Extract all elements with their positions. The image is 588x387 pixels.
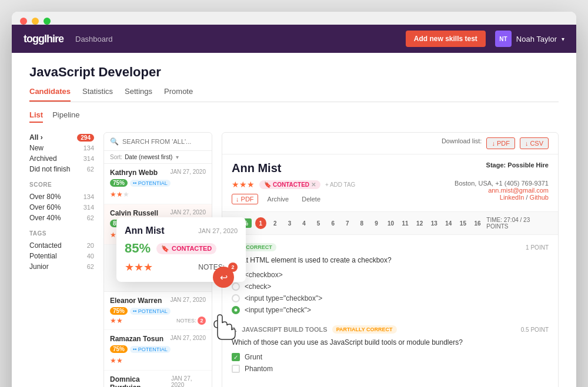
q1-text: What HTML element is used to create a ch…	[232, 256, 549, 264]
tab-promote[interactable]: Promote	[164, 87, 193, 102]
q2-answer-grunt: ✓ Grunt	[232, 351, 549, 363]
radio-btn-selected[interactable]	[232, 306, 240, 314]
sidebar-item-archived[interactable]: Archived 314	[29, 153, 94, 164]
radio-btn[interactable]	[232, 282, 240, 291]
sidebar-all-count: 294	[77, 134, 94, 142]
candidate-date: JAN 27, 2020	[170, 335, 206, 343]
view-tab-pipeline[interactable]: Pipeline	[52, 110, 79, 123]
detail-location: Boston, USA, +1 (405) 769-9371	[455, 180, 549, 187]
detail-candidate-name: Ann Mist	[232, 161, 281, 175]
download-csv-button[interactable]: ↓ CSV	[520, 137, 549, 149]
nav-dashboard-label[interactable]: Dashboard	[75, 35, 113, 43]
progress-num-6[interactable]: 6	[328, 217, 339, 229]
download-pdf-icon: ↓	[492, 140, 495, 147]
q1-points: 1 POINT	[526, 244, 549, 251]
sort-chevron-icon[interactable]: ▾	[176, 154, 179, 160]
progress-num-3[interactable]: 3	[284, 217, 295, 229]
notes-badge: NOTES: 2	[176, 317, 206, 325]
sidebar-over40[interactable]: Over 40% 62	[29, 213, 94, 223]
progress-num-8[interactable]: 8	[356, 217, 368, 229]
download-pdf-button[interactable]: ↓ PDF	[486, 137, 515, 149]
page-tabs: Candidates Statistics Settings Promote	[29, 87, 559, 102]
q2-number: 2.	[232, 326, 237, 333]
search-bar: 🔍	[104, 133, 212, 151]
tag-potential: •• POTENTIAL	[130, 346, 171, 353]
expanded-score: 85%	[125, 241, 151, 256]
sidebar: All › 294 New 134 Archived 314 Did not f…	[29, 132, 94, 387]
action-circle-button[interactable]: ↩	[213, 267, 234, 288]
remove-tag-button[interactable]: ✕	[311, 181, 316, 188]
q1-answer-3: <input type="checkbox">	[232, 292, 549, 304]
detail-linkedin[interactable]: LinkedIn	[500, 194, 524, 201]
progress-num-16[interactable]: 16	[472, 217, 483, 229]
tag-potential: •• POTENTIAL	[130, 308, 171, 315]
close-dot[interactable]	[20, 18, 27, 25]
stars: ★★	[110, 190, 123, 198]
tag-potential: •• POTENTIAL	[130, 180, 171, 187]
download-row: Download list: ↓ PDF ↓ CSV	[222, 133, 558, 154]
progress-num-11[interactable]: 11	[400, 217, 411, 229]
checkbox-unchecked[interactable]	[232, 365, 240, 373]
progress-num-12[interactable]: 12	[414, 217, 425, 229]
pdf-button[interactable]: ↓ PDF	[232, 194, 258, 204]
score-badge: 75%	[110, 179, 128, 187]
progress-num-1[interactable]: 1	[255, 217, 266, 229]
progress-num-2[interactable]: 2	[270, 217, 281, 229]
plus-icon: +	[325, 181, 329, 188]
candidate-item-domnica[interactable]: Domnica Burdujan JAN 27, 2020 85% 🔖 CONT…	[104, 371, 212, 387]
progress-num-4[interactable]: 4	[299, 217, 310, 229]
sidebar-tags-section: TAGS Contacted 20 Potential 40 Junior 62	[29, 230, 94, 272]
sidebar-item-new[interactable]: New 134	[29, 143, 94, 153]
tab-settings[interactable]: Settings	[125, 87, 152, 102]
tab-statistics[interactable]: Statistics	[82, 87, 113, 102]
sidebar-tag-contacted[interactable]: Contacted 20	[29, 240, 94, 251]
q1-answer-2: <check>	[232, 281, 549, 292]
progress-num-7[interactable]: 7	[342, 217, 353, 229]
q2-answer-phantom: Phantom	[232, 363, 549, 375]
progress-num-5[interactable]: 5	[313, 217, 324, 229]
detail-panel: Download list: ↓ PDF ↓ CSV Ann Mist Sta	[222, 132, 559, 387]
progress-num-13[interactable]: 13	[429, 217, 440, 229]
view-tabs: List Pipeline	[29, 110, 559, 123]
sidebar-tag-potential[interactable]: Potential 40	[29, 251, 94, 261]
tab-candidates[interactable]: Candidates	[29, 87, 71, 102]
main-layout: All › 294 New 134 Archived 314 Did not f…	[29, 132, 559, 387]
logo-text: toggl	[24, 33, 46, 45]
sidebar-over60[interactable]: Over 60% 314	[29, 202, 94, 213]
expanded-stars: ★★★	[125, 261, 153, 274]
candidate-item-ramazan[interactable]: Ramazan Tosun JAN 27, 2020 75% •• POTENT…	[104, 330, 212, 371]
bookmark-icon: 🔖	[264, 181, 271, 188]
sidebar-over80[interactable]: Over 80% 134	[29, 191, 94, 202]
sort-value[interactable]: Date (newest first)	[125, 154, 172, 160]
progress-num-10[interactable]: 10	[385, 217, 396, 229]
radio-btn[interactable]	[232, 294, 240, 302]
candidate-date: JAN 27, 2020	[170, 297, 206, 305]
topnav: togglhire Dashboard Add new skills test …	[12, 25, 576, 53]
sidebar-tag-junior[interactable]: Junior 62	[29, 261, 94, 272]
progress-time: TIME: 27:04 / 23 POINTS	[486, 217, 549, 230]
progress-num-15[interactable]: 15	[457, 217, 469, 229]
sidebar-item-did-not-finish[interactable]: Did not finish 62	[29, 164, 94, 174]
delete-button[interactable]: Delete	[298, 194, 324, 204]
question-1: 1. CORRECT 1 POINT What HTML element is …	[232, 243, 549, 316]
detail-header: Ann Mist Stage: Possible Hire ★★★ 🔖	[222, 154, 558, 212]
add-skills-button[interactable]: Add new skills test	[406, 31, 486, 47]
detail-github[interactable]: Github	[530, 194, 549, 201]
view-tab-list[interactable]: List	[29, 110, 43, 123]
progress-num-14[interactable]: 14	[443, 217, 455, 229]
sidebar-all-filter[interactable]: All › 294	[29, 132, 94, 143]
progress-num-9[interactable]: 9	[371, 217, 382, 229]
user-info: NT Noah Taylor ▾	[495, 31, 564, 47]
candidate-item-kathryn[interactable]: Kathryn Webb JAN 27, 2020 75% •• POTENTI…	[104, 164, 212, 204]
detail-email[interactable]: ann.mist@gmail.com	[488, 187, 549, 194]
candidate-item-eleanor[interactable]: Eleanor Warren JAN 27, 2020 75% •• POTEN…	[104, 292, 212, 330]
user-dropdown-icon[interactable]: ▾	[562, 36, 564, 42]
minimize-dot[interactable]	[32, 18, 39, 25]
question-area: 1. CORRECT 1 POINT What HTML element is …	[222, 235, 558, 387]
maximize-dot[interactable]	[44, 18, 51, 25]
checkbox-checked[interactable]: ✓	[232, 353, 240, 361]
search-input[interactable]	[122, 138, 206, 145]
add-tag-button[interactable]: + ADD TAG	[325, 181, 355, 188]
sidebar-filter-section: All › 294 New 134 Archived 314 Did not f…	[29, 132, 94, 174]
archive-button[interactable]: Archive	[264, 194, 293, 204]
